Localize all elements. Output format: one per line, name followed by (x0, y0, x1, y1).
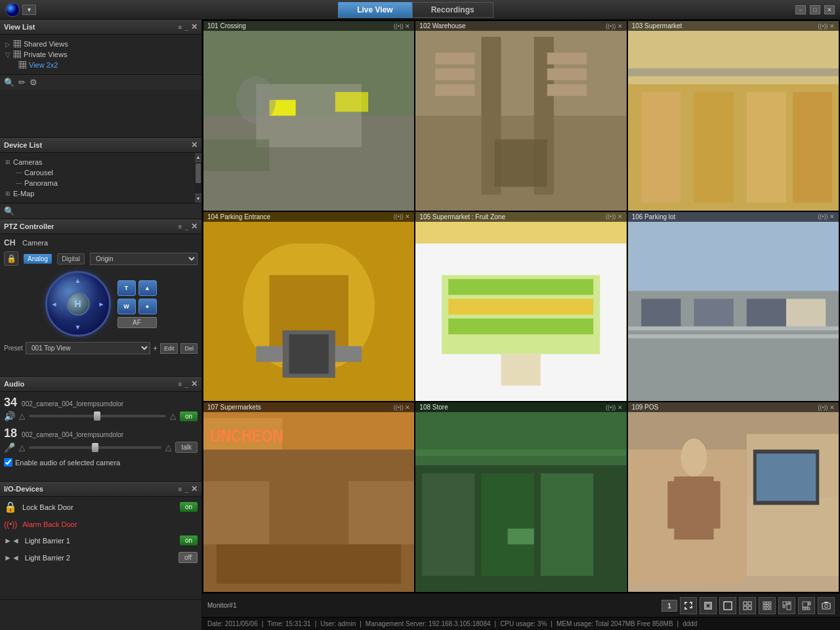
audio-ch2-talk-btn[interactable]: talk (175, 442, 198, 453)
camera-cell-106[interactable]: 106 Parking lot ((•)) ✕ (628, 212, 839, 402)
svg-rect-102 (805, 608, 807, 610)
scroll-thumb[interactable] (196, 163, 201, 183)
svg-rect-4 (335, 92, 368, 112)
edit-icon[interactable]: ✏ (18, 77, 26, 87)
io-item-light-barrier-1: ►◄ Light Barrier 1 on (4, 536, 198, 545)
scroll-up-btn[interactable]: ▲ (195, 153, 201, 162)
device-search-icon[interactable]: 🔍 (4, 206, 14, 216)
svg-rect-14 (547, 52, 587, 64)
camera-107-signal: ((•)) ✕ (394, 404, 411, 411)
snapshot-btn[interactable] (818, 597, 835, 614)
audio-content: 34 002_camera_004_lorempsumdolor 🔊 △ △ o… (0, 392, 201, 471)
restore-view-btn[interactable] (700, 597, 717, 614)
camera-cell-105[interactable]: 105 Supermarket : Fruit Zone ((•)) ✕ (415, 212, 626, 402)
alarm-signal-icon: ((•)) (4, 520, 17, 529)
io-light2-btn[interactable]: off (178, 552, 198, 563)
audio-minimize-icon[interactable]: _ (184, 381, 188, 388)
scroll-down-btn[interactable]: ▼ (195, 194, 201, 203)
app-dropdown-button[interactable]: ▼ (22, 5, 36, 15)
device-item-emap[interactable]: ⊞ E-Map (3, 188, 192, 199)
svg-rect-37 (449, 279, 594, 295)
layout-special-btn[interactable] (798, 597, 815, 614)
camera-cell-107[interactable]: UNCHEON 107 Supermarkets ((•)) ✕ (203, 402, 414, 592)
device-list-close-icon[interactable]: ✕ (191, 140, 198, 150)
folder-icon (13, 51, 21, 58)
camera-106-label: 106 Parking lot ((•)) ✕ (628, 212, 839, 222)
camera-cell-102[interactable]: 102 Warehouse ((•)) ✕ (415, 21, 626, 211)
camera-cell-104[interactable]: 104 Parking Entrance ((•)) ✕ (203, 212, 414, 402)
preset-edit-btn[interactable]: Edit (160, 343, 178, 354)
audio-ch1-on-btn[interactable]: on (180, 411, 198, 421)
layout-mixed-btn[interactable] (778, 597, 795, 614)
ptz-analog-btn[interactable]: Analog (24, 254, 52, 264)
tab-recordings[interactable]: Recordings (412, 2, 494, 18)
tab-live-view[interactable]: Live View (338, 2, 411, 18)
layout-2x2-btn[interactable] (739, 597, 756, 614)
device-item-cameras[interactable]: ⊞ Cameras (3, 157, 192, 167)
volume-thumb-2[interactable] (92, 443, 98, 452)
preset-del-btn[interactable]: Del (180, 343, 198, 354)
svg-rect-48 (628, 326, 839, 330)
io-menu-icon[interactable]: ≡ (178, 486, 182, 493)
titlebar-left: ▼ (5, 3, 36, 17)
camera-cell-109[interactable]: 109 POS ((•)) ✕ (628, 402, 839, 592)
info-cpu: CPU usage: 3% (500, 620, 547, 627)
camera-cell-101[interactable]: 101 Crossing ((•)) ✕ (203, 21, 414, 211)
layout-3x3-btn[interactable] (759, 597, 776, 614)
io-light1-btn[interactable]: on (180, 536, 198, 545)
ptz-digital-btn[interactable]: Digital (57, 253, 85, 264)
info-date: Date: 2011/05/06 (207, 620, 258, 627)
view-list-close-icon[interactable]: ✕ (191, 22, 198, 32)
tree-item-view-2x2[interactable]: View 2x2 (3, 60, 199, 70)
volume-thumb-1[interactable] (94, 411, 100, 421)
ptz-wide-btn[interactable]: W (117, 299, 136, 314)
ptz-close-icon[interactable]: ✕ (191, 222, 198, 231)
audio-ch1-name: 002_camera_004_lorempsumdolor (22, 400, 123, 408)
scene-svg-108 (415, 402, 626, 592)
io-item-light-barrier-2: ►◄ Light Barrier 2 off (4, 552, 198, 563)
app-globe-icon[interactable] (5, 3, 20, 17)
audio-menu-icon[interactable]: ≡ (178, 381, 182, 388)
layout-1x1-btn[interactable] (719, 597, 736, 614)
restore-button[interactable]: □ (810, 5, 820, 14)
ptz-lock-icon[interactable]: 🔒 (4, 251, 18, 266)
audio-ch1-number: 34 (4, 396, 17, 409)
device-item-carousel[interactable]: — Carousel (3, 167, 192, 178)
tree-item-private-views[interactable]: ▽ Private Views (3, 49, 199, 60)
ptz-joystick[interactable]: ▲ ▼ ◄ ► H (45, 271, 111, 337)
minimize-button[interactable]: − (795, 5, 806, 14)
io-lock-btn[interactable]: on (180, 502, 198, 512)
device-scrollbar[interactable]: ▲ ▼ (195, 153, 201, 203)
preset-add-icon[interactable]: + (153, 344, 158, 353)
camera-cell-108[interactable]: 108 Store ((•)) ✕ (415, 402, 626, 592)
camera-cell-103[interactable]: 103 Supermarket ((•)) ✕ (628, 21, 839, 211)
ptz-minimize-icon[interactable]: _ (184, 223, 188, 230)
io-close-icon[interactable]: ✕ (191, 484, 198, 494)
ptz-af-btn[interactable]: AF (117, 317, 157, 328)
settings-icon[interactable]: ⚙ (30, 77, 37, 87)
audio-enable-checkbox[interactable] (4, 458, 12, 467)
view-list-menu-icon[interactable]: ≡ (178, 24, 182, 31)
ptz-origin-dropdown[interactable]: Origin (90, 253, 198, 265)
close-button[interactable]: ✕ (824, 5, 835, 14)
emap-label: E-Map (13, 190, 34, 198)
preset-select[interactable]: 001 Top View (26, 342, 150, 354)
ptz-up-btn[interactable]: ▲ (138, 280, 157, 296)
view-list-minimize-icon[interactable]: _ (184, 24, 188, 31)
ptz-dot-btn[interactable]: ● (138, 299, 157, 314)
device-item-panorama[interactable]: — Panorama (3, 178, 192, 188)
search-icon[interactable]: 🔍 (4, 77, 14, 87)
ptz-tele-btn[interactable]: T (117, 280, 136, 296)
volume-left-icon: △ (19, 411, 25, 421)
audio-close-icon[interactable]: ✕ (191, 379, 198, 388)
volume-slider-1[interactable] (29, 415, 166, 417)
tree-item-shared-views[interactable]: ▷ Shared Views (3, 39, 199, 49)
svg-rect-83 (748, 606, 751, 610)
volume-slider-2[interactable] (29, 446, 161, 449)
fullscreen-btn[interactable] (680, 597, 697, 614)
io-minimize-icon[interactable]: _ (184, 486, 188, 493)
joystick-up: ▲ (75, 277, 81, 284)
svg-rect-86 (769, 602, 771, 604)
volume-right-icon: △ (170, 411, 176, 421)
ptz-menu-icon[interactable]: ≡ (178, 223, 182, 230)
